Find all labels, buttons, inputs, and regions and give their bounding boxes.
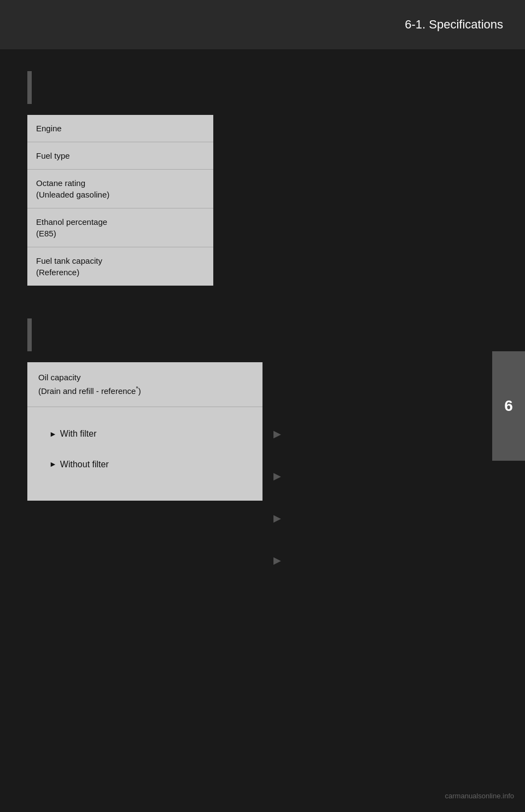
oil-capacity-wrapper: Oil capacity (Drain and refill - referen… xyxy=(27,362,465,566)
table-row: Fuel tank capacity(Reference) xyxy=(27,247,213,286)
oil-header-cell: Oil capacity (Drain and refill - referen… xyxy=(27,362,262,407)
octane-rating-label: Octane rating(Unleaded gasoline) xyxy=(27,170,213,208)
header-bar: 6-1. Specifications xyxy=(0,0,525,49)
side-tab-number: 6 xyxy=(504,397,513,415)
footer: carmanualsonline.info xyxy=(0,779,525,812)
fuel-tank-label: Fuel tank capacity(Reference) xyxy=(27,247,213,286)
engine-label: Engine xyxy=(27,115,213,142)
with-filter-arrow-icon: ► xyxy=(49,428,57,440)
arrow-right-icon-3: ▶ xyxy=(273,512,281,524)
fuel-type-label: Fuel type xyxy=(27,142,213,170)
fuel-specs-table: Engine Fuel type Octane rating(Unleaded … xyxy=(27,115,213,286)
without-filter-arrow-icon: ► xyxy=(49,458,57,470)
main-content: Engine Fuel type Octane rating(Unleaded … xyxy=(0,49,492,779)
table-row: Ethanol percentage(E85) xyxy=(27,208,213,247)
with-filter-label: ► With filter xyxy=(49,427,241,441)
arrow-right-icon-1: ▶ xyxy=(273,428,281,440)
arrow-right-icon-4: ▶ xyxy=(273,554,281,566)
with-filter-block: ► With filter xyxy=(49,427,241,441)
oil-header-row: Oil capacity (Drain and refill - referen… xyxy=(27,362,262,407)
table-row: Engine xyxy=(27,115,213,142)
filter-options-row: ► With filter ► Without filter xyxy=(27,407,262,501)
without-filter-label: ► Without filter xyxy=(49,457,241,472)
section2-bar xyxy=(27,318,32,351)
ethanol-label: Ethanol percentage(E85) xyxy=(27,208,213,247)
arrows-column: ▶ ▶ ▶ ▶ xyxy=(273,428,281,566)
without-filter-block: ► Without filter xyxy=(49,457,241,472)
table-row: Octane rating(Unleaded gasoline) xyxy=(27,170,213,208)
oil-body: ► With filter ► Without filter xyxy=(38,416,252,492)
filter-options-cell: ► With filter ► Without filter xyxy=(27,407,262,501)
arrow-right-icon-2: ▶ xyxy=(273,470,281,482)
oil-capacity-table: Oil capacity (Drain and refill - referen… xyxy=(27,362,262,501)
side-tab: 6 xyxy=(492,351,525,461)
section1-bar xyxy=(27,71,32,104)
footer-logo: carmanualsonline.info xyxy=(445,792,514,800)
footnote-marker: * xyxy=(136,385,138,392)
header-title: 6-1. Specifications xyxy=(405,18,503,32)
table-row: Fuel type xyxy=(27,142,213,170)
